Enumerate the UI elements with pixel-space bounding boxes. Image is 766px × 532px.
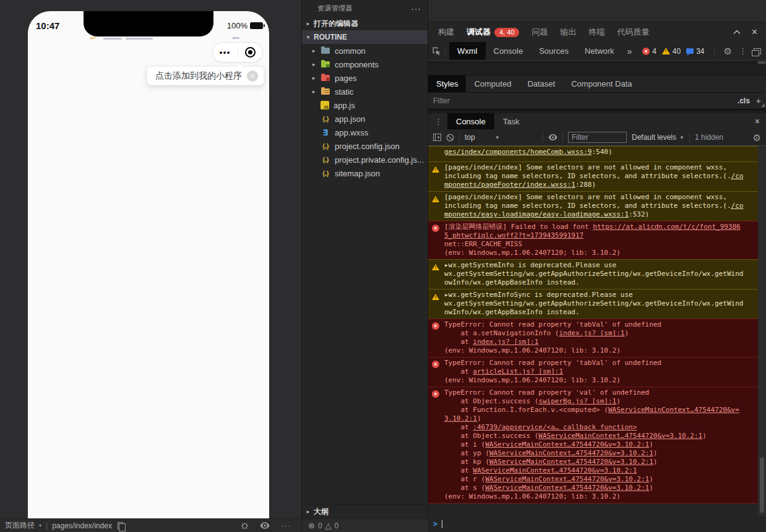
panel-tab[interactable]: 调试器4, 40 [460, 22, 525, 42]
console-close-icon[interactable]: × [755, 117, 760, 126]
source-link[interactable]: WAServiceMainContext…47544720&v= [608, 406, 739, 414]
horizontal-scrollbar[interactable] [428, 61, 766, 64]
text-segment: :540) [592, 148, 612, 156]
page-path-label[interactable]: 页面路径 [5, 520, 35, 531]
source-link[interactable]: WAServiceMainContext…47544720&v=3.10.2:1 [485, 475, 649, 483]
source-link[interactable]: WAServiceMainContext…47544720&v=3.10.2:1 [489, 458, 653, 466]
kebab-menu-icon[interactable]: ⋮ [738, 46, 748, 56]
console-tab-task[interactable]: Task [494, 113, 528, 129]
tree-item-app.json[interactable]: {..}app.json [302, 112, 428, 126]
inspector-tab[interactable]: Component Data [563, 75, 640, 92]
source-link[interactable]: mponents/easy-loadimage/easy-loadimage.w… [444, 210, 629, 218]
tree-item-sitemap.json[interactable]: {..}sitemap.json [302, 166, 428, 180]
devtools-tab-sources[interactable]: Sources [531, 42, 577, 60]
close-panel-icon[interactable]: × [752, 27, 757, 37]
more-tabs-icon[interactable]: » [622, 46, 637, 56]
text-segment: (env: Windows,mp,1.06.2407120; lib: 3.10… [444, 249, 621, 257]
more-icon[interactable]: ··· [280, 521, 293, 530]
source-link[interactable]: WAServiceMainContext…47544720&v=3.10.2:1 [473, 466, 637, 474]
eye-icon[interactable] [548, 134, 557, 140]
devtools-tab-wxml[interactable]: Wxml [449, 42, 486, 60]
json-icon: {..} [321, 169, 330, 178]
warning-count[interactable]: 40 [662, 47, 681, 56]
collapse-panel-icon[interactable] [733, 30, 741, 35]
source-link[interactable]: swiperBg.js? [sm]:1 [538, 397, 616, 405]
vertical-scrollbar[interactable] [758, 146, 766, 517]
section-routine[interactable]: ▾ ROUTINE [302, 30, 428, 44]
toggle-class-button[interactable]: .cls [738, 97, 750, 105]
inspect-element-icon[interactable] [432, 46, 441, 56]
file-name: app.js [334, 101, 355, 110]
source-link[interactable]: 3.10.2:1 [444, 414, 477, 423]
json-icon: {..} [321, 142, 330, 150]
explorer-menu-icon[interactable]: ··· [411, 4, 421, 14]
source-link[interactable]: WAServiceMainContext…47544720&v=3.10.2:1 [485, 484, 649, 492]
tree-item-project.private.config.js...[interactable]: {..}project.private.config.js... [302, 153, 428, 166]
source-link[interactable]: index.js? [sm]:1 [473, 338, 538, 346]
devtools-tab-console[interactable]: Console [486, 42, 531, 60]
log-levels-dropdown[interactable]: Default levels ▼ [632, 133, 684, 142]
exit-target-icon[interactable] [238, 47, 263, 58]
message-line: including tag name selectors, ID selecto… [444, 172, 743, 181]
tree-item-project.config.json[interactable]: {..}project.config.json [302, 139, 428, 153]
debug-bug-icon[interactable] [240, 521, 249, 530]
inspector-tab[interactable]: Dataset [519, 75, 563, 92]
tree-item-app.wxss[interactable]: ∃app.wxss [302, 126, 428, 139]
context-selector[interactable]: top ▼ [465, 133, 538, 142]
devtools-tab-network[interactable]: Network [577, 42, 622, 60]
source-link[interactable]: 5_phtwcfiqlc.woff2?t=1739435991917 [444, 231, 583, 239]
source-link[interactable]: ges/index/components/homeComb.wxss:9 [444, 148, 592, 156]
console-tab-console[interactable]: Console [447, 113, 494, 129]
source-link[interactable]: mponents/pageFooter/index.wxss:1 [444, 181, 575, 189]
section-open-editors[interactable]: ▸ 打开的编辑器 [302, 17, 428, 30]
tree-item-components[interactable]: ▸components [302, 58, 428, 71]
new-style-rule-button[interactable]: + [756, 96, 761, 106]
source-link[interactable]: :46739/appservice/<a… callback function> [473, 423, 637, 431]
separator: | [46, 521, 48, 530]
panel-tab[interactable]: 构建 [432, 22, 460, 42]
tree-item-static[interactable]: ▸static [302, 85, 428, 98]
text-segment: at Object.success ( [444, 432, 538, 440]
source-link[interactable]: WAServiceMainContext…47544720&v=3.10.2:1 [485, 440, 649, 448]
more-icon[interactable]: ••• [213, 48, 238, 57]
text-segment: TypeError: Cannot read property 'val' of… [444, 388, 649, 397]
tree-item-pages[interactable]: ▸pages [302, 71, 428, 85]
copy-icon[interactable] [118, 522, 123, 529]
console-settings-icon[interactable]: ⚙ [753, 133, 761, 142]
inspector-tab[interactable]: Styles [428, 75, 466, 92]
message-line: at s (WAServiceMainContext…47544720&v=3.… [444, 484, 739, 492]
panel-tab[interactable]: 终端 [582, 22, 611, 42]
panel-tab[interactable]: 代码质量 [611, 22, 655, 42]
capsule-menu[interactable]: ••• [212, 42, 263, 62]
console-filter-input[interactable] [568, 132, 627, 143]
source-link[interactable]: /co [731, 202, 744, 210]
source-link[interactable]: /co [731, 172, 744, 180]
console-prompt[interactable]: > [428, 517, 766, 531]
tooltip-close-icon[interactable]: × [247, 71, 258, 82]
problem-counts[interactable]: ⊗ 0 △ 0 [301, 519, 338, 532]
error-count[interactable]: 4 [642, 47, 656, 56]
source-link[interactable]: articleList.js? [sm]:1 [473, 367, 563, 375]
text-segment: ▸wx.getSystemInfo is deprecated.Please u… [444, 261, 616, 269]
panel-tab[interactable]: 问题 [525, 22, 554, 42]
source-link[interactable]: WAServiceMainContext…47544720&v=3.10.2:1 [538, 432, 702, 440]
show-sidebar-icon[interactable] [433, 134, 441, 141]
section-outline[interactable]: ▸ 大纲 [302, 504, 428, 518]
eye-icon[interactable] [260, 522, 270, 529]
inspector-tab[interactable]: Computed [466, 75, 519, 92]
clear-console-icon[interactable] [446, 134, 454, 142]
style-filter-input[interactable] [433, 97, 731, 105]
source-link[interactable]: index.js? [sm]:1 [559, 329, 624, 337]
tree-item-app.js[interactable]: JSapp.js [302, 98, 428, 112]
settings-gear-icon[interactable]: ⚙ [724, 46, 732, 56]
console-kebab-icon[interactable]: ⋮ [433, 117, 444, 126]
tree-item-common[interactable]: ▸common [302, 44, 428, 58]
dock-side-icon[interactable] [754, 48, 761, 54]
text-segment: owInfo/wx.getAppBaseInfo instead. [444, 308, 580, 316]
source-link[interactable]: https://at.alicdn.com/t/c/font_99386 [593, 223, 740, 231]
source-link[interactable]: WAServiceMainContext…47544720&v=3.10.2:1 [489, 449, 653, 457]
message-count[interactable]: 34 [686, 47, 704, 56]
panel-tab[interactable]: 输出 [554, 22, 582, 42]
message-text: TypeError: Cannot read property 'tabVal'… [444, 359, 661, 385]
text-segment: TypeError: Cannot read property 'tabVal'… [444, 320, 661, 328]
